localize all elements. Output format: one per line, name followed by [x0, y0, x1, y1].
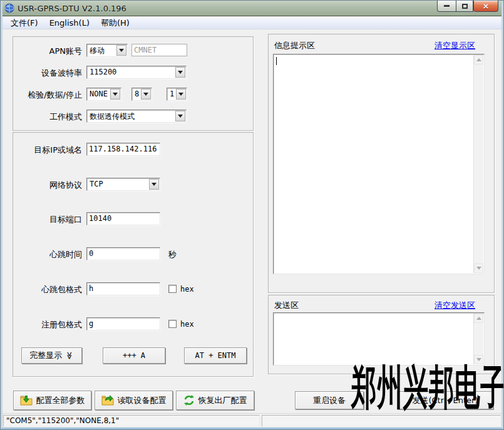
- send-scrollbar[interactable]: [473, 314, 483, 364]
- heartbeat-time-field[interactable]: 0: [86, 247, 160, 260]
- work-mode-select[interactable]: 数据透传模式: [86, 110, 187, 123]
- target-port-label: 目标端口: [12, 214, 82, 225]
- heartbeat-format-field[interactable]: h: [86, 282, 160, 295]
- chevron-double-down-icon: ≫: [66, 352, 75, 360]
- parity-label: 检验/数据/停止: [12, 90, 82, 101]
- chevron-down-icon: [119, 49, 124, 52]
- title-bar[interactable]: USR-GPRS-DTU V2.1.0.196: [1, 1, 503, 16]
- baud-label: 设备波特率: [12, 68, 82, 79]
- parity-value: NONE: [90, 90, 108, 98]
- apn-label: APN账号: [12, 46, 82, 57]
- heartbeat-hex-checkbox[interactable]: [168, 285, 177, 293]
- scroll-down-icon[interactable]: [474, 355, 483, 364]
- close-icon: ×: [483, 1, 490, 11]
- status-right-panel: [262, 415, 501, 427]
- at-entm-button[interactable]: AT + ENTM: [184, 347, 247, 364]
- apn-name-field[interactable]: CMNET: [131, 44, 187, 56]
- databits-value: 8: [135, 90, 139, 98]
- stopbits-value: 1: [170, 90, 174, 98]
- read-config-button[interactable]: 读取设备配置: [95, 391, 173, 410]
- menu-english[interactable]: English(L): [44, 17, 95, 29]
- register-hex-label: hex: [180, 320, 194, 329]
- send-button[interactable]: 发送(Ctrl+Enter): [397, 391, 493, 409]
- window-title: USR-GPRS-DTU V2.1.0.196: [18, 4, 126, 13]
- plus-a-label: +++ A: [123, 351, 145, 360]
- chevron-down-icon: [178, 71, 183, 74]
- status-connection-panel: "COM5","115200","NONE,8,1": [3, 415, 260, 427]
- parity-select[interactable]: NONE: [86, 88, 121, 101]
- restart-device-label: 重启设备: [313, 395, 346, 406]
- stopbits-select[interactable]: 1: [167, 88, 187, 101]
- clear-send-link[interactable]: 清空发送区: [435, 300, 475, 311]
- configure-all-button[interactable]: 配置全部参数: [13, 391, 91, 410]
- folder-download-icon: [20, 395, 33, 406]
- target-ip-label: 目标IP或域名: [12, 145, 82, 156]
- chevron-down-icon: [113, 93, 118, 96]
- app-icon: [4, 3, 14, 13]
- parity-dropdown-button[interactable]: [110, 89, 120, 100]
- databits-dropdown-button[interactable]: [141, 89, 151, 100]
- baud-value: 115200: [90, 68, 116, 76]
- menu-bar: 文件(F) English(L) 帮助(H): [1, 17, 504, 29]
- scroll-up-icon[interactable]: [474, 55, 483, 64]
- register-hex-checkbox[interactable]: [168, 320, 177, 328]
- work-mode-value: 数据透传模式: [90, 111, 135, 122]
- heartbeat-time-label: 心跳时间: [12, 249, 82, 260]
- scroll-down-icon[interactable]: [474, 264, 483, 273]
- scroll-up-icon[interactable]: [474, 314, 483, 323]
- minimize-button[interactable]: [437, 1, 456, 12]
- chevron-down-icon: [152, 183, 157, 186]
- send-textarea[interactable]: [273, 312, 485, 366]
- protocol-select[interactable]: TCP: [86, 178, 160, 191]
- status-bar: "COM5","115200","NONE,8,1": [3, 413, 501, 427]
- work-mode-label: 工作模式: [12, 111, 82, 123]
- folder-upload-icon: [101, 395, 114, 406]
- refresh-arrows-icon: [183, 395, 195, 406]
- protocol-label: 网络协议: [12, 180, 82, 191]
- info-panel-title: 信息提示区: [274, 40, 315, 51]
- heartbeat-format-label: 心跳包格式: [12, 284, 82, 295]
- app-window: USR-GPRS-DTU V2.1.0.196 × 文件(F) English(…: [0, 0, 504, 430]
- chevron-down-icon: [143, 93, 148, 96]
- info-display-textarea[interactable]: [273, 54, 485, 274]
- apn-carrier-value: 移动: [90, 46, 105, 56]
- send-button-label: 发送(Ctrl+Enter): [412, 395, 478, 406]
- heartbeat-hex-label: hex: [180, 285, 194, 294]
- chevron-down-icon: [178, 93, 183, 96]
- text-caret: [276, 57, 277, 65]
- target-port-field[interactable]: 10140: [86, 212, 160, 225]
- seconds-unit-label: 秒: [168, 249, 177, 260]
- clear-display-link[interactable]: 清空显示区: [435, 40, 475, 51]
- target-ip-field[interactable]: 117.158.142.116: [86, 143, 160, 156]
- plus-plus-plus-a-button[interactable]: +++ A: [103, 347, 165, 364]
- protocol-value: TCP: [90, 180, 103, 188]
- register-format-field[interactable]: g: [86, 317, 160, 330]
- databits-select[interactable]: 8: [131, 88, 152, 101]
- full-display-label: 完整显示: [29, 350, 62, 361]
- info-scrollbar[interactable]: [473, 55, 483, 273]
- register-format-label: 注册包格式: [12, 319, 82, 330]
- factory-reset-label: 恢复出厂配置: [198, 395, 247, 406]
- apn-carrier-dropdown-button[interactable]: [116, 45, 126, 56]
- apn-carrier-select[interactable]: 移动: [86, 44, 128, 57]
- minimize-icon: [444, 5, 450, 7]
- baud-select[interactable]: 115200: [86, 66, 187, 79]
- configure-all-label: 配置全部参数: [36, 395, 85, 406]
- maximize-icon: [462, 4, 468, 9]
- chevron-down-icon: [178, 115, 183, 118]
- restart-device-button[interactable]: 重启设备: [295, 391, 364, 409]
- send-panel-title: 发送区: [274, 300, 299, 311]
- window-controls: ×: [437, 1, 498, 12]
- work-mode-dropdown-button[interactable]: [175, 111, 185, 121]
- close-button[interactable]: ×: [473, 1, 498, 12]
- at-entm-label: AT + ENTM: [195, 351, 235, 360]
- full-display-button[interactable]: 完整显示 ≫: [21, 347, 82, 364]
- stopbits-dropdown-button[interactable]: [176, 89, 186, 100]
- read-config-label: 读取设备配置: [118, 395, 167, 406]
- factory-reset-button[interactable]: 恢复出厂配置: [176, 391, 254, 410]
- baud-dropdown-button[interactable]: [175, 67, 185, 78]
- maximize-button[interactable]: [456, 1, 473, 12]
- menu-file[interactable]: 文件(F): [5, 16, 44, 30]
- menu-help[interactable]: 帮助(H): [95, 16, 135, 30]
- protocol-dropdown-button[interactable]: [149, 179, 159, 190]
